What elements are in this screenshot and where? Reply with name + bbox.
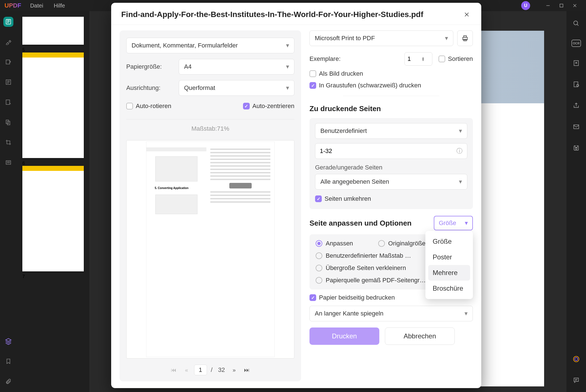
- avatar[interactable]: U: [521, 1, 530, 10]
- size-mode-dropdown-popup: Größe Poster Mehrere Broschüre: [425, 231, 473, 299]
- comment-icon[interactable]: [571, 375, 581, 385]
- edit-tool-icon[interactable]: [3, 57, 13, 67]
- thumbnail-label: 7: [22, 274, 84, 279]
- caret-down-icon: ▾: [465, 219, 468, 227]
- size-mode-dropdown[interactable]: Größe ▾ Größe Poster Mehrere Broschüre: [434, 216, 473, 230]
- menu-help[interactable]: Hilfe: [54, 3, 65, 9]
- redact-tool-icon[interactable]: [3, 157, 13, 168]
- pages-mode-select[interactable]: Benutzerdefiniert ▾: [315, 123, 467, 139]
- menu-file[interactable]: Datei: [30, 3, 43, 9]
- left-toolbar: [0, 11, 17, 392]
- print-button[interactable]: Drucken: [309, 328, 379, 345]
- odd-even-select[interactable]: Alle angegebenen Seiten ▾: [315, 174, 467, 190]
- svg-rect-2: [6, 60, 10, 64]
- duplex-flip-select[interactable]: An langer Kante spiegeln ▾: [309, 306, 473, 321]
- caret-down-icon: ▾: [286, 84, 289, 92]
- reverse-pages-checkbox[interactable]: Seiten umkehren: [315, 195, 467, 202]
- step-down-icon[interactable]: ▼: [421, 59, 425, 61]
- collate-checkbox[interactable]: Sortieren: [439, 55, 473, 63]
- preview-pager: ⏮ « / 32 » ⏭: [126, 365, 294, 375]
- dd-item-size[interactable]: Größe: [428, 234, 470, 249]
- pages-section-title: Zu druckende Seiten: [309, 104, 473, 113]
- crop-tool-icon[interactable]: [3, 137, 13, 147]
- pager-total: 32: [216, 366, 227, 374]
- radio-fit[interactable]: Anpassen: [316, 240, 353, 247]
- close-window-button[interactable]: [568, 0, 582, 11]
- orientation-label: Ausrichtung:: [126, 84, 174, 92]
- caret-down-icon: ▾: [459, 178, 462, 185]
- compress-icon[interactable]: [571, 58, 581, 68]
- scale-label: Maßstab:71%: [126, 125, 294, 132]
- form-tool-icon[interactable]: [3, 77, 13, 87]
- settings-panel: Microsoft Print to PDF ▾ Exemplare: ▲▼ S…: [309, 30, 473, 381]
- app-logo: UPDF: [4, 2, 21, 9]
- bookmark-icon[interactable]: [3, 356, 13, 366]
- close-dialog-button[interactable]: [462, 10, 471, 19]
- radio-original[interactable]: Originalgröße: [378, 240, 425, 247]
- reader-tool-icon[interactable]: [3, 17, 13, 27]
- svg-point-11: [577, 84, 579, 87]
- info-icon[interactable]: ⓘ: [456, 147, 463, 155]
- save-icon[interactable]: [571, 143, 581, 153]
- organize-tool-icon[interactable]: [3, 117, 13, 127]
- search-icon[interactable]: [571, 18, 581, 28]
- thumbnail-5[interactable]: [22, 17, 84, 45]
- minimize-button[interactable]: [541, 0, 555, 11]
- ocr-icon[interactable]: OCR: [571, 40, 581, 47]
- orientation-select[interactable]: Querformat ▾: [179, 80, 294, 96]
- email-icon[interactable]: [571, 122, 581, 132]
- pager-next-button[interactable]: »: [229, 365, 239, 375]
- pages-range-input-wrap: ⓘ: [315, 143, 467, 159]
- thumbnail-label: 6: [22, 161, 84, 166]
- thumbnail-label: 5: [22, 47, 84, 52]
- dd-item-multiple[interactable]: Mehrere: [428, 265, 470, 281]
- dd-item-poster[interactable]: Poster: [428, 249, 470, 265]
- as-image-checkbox[interactable]: Als Bild drucken: [309, 70, 473, 77]
- layers-icon[interactable]: [3, 336, 13, 346]
- dialog-title: Find-and-Apply-For-the-Best-Institutes-I…: [121, 10, 423, 19]
- cancel-button[interactable]: Abbrechen: [385, 328, 455, 345]
- right-toolbar: OCR: [566, 11, 586, 392]
- papersize-label: Papiergröße:: [126, 63, 174, 70]
- dd-item-booklet[interactable]: Broschüre: [428, 281, 470, 296]
- svg-point-14: [575, 148, 577, 149]
- copies-input[interactable]: [408, 55, 421, 63]
- protect-icon[interactable]: [571, 79, 581, 89]
- copies-stepper[interactable]: ▲▼: [404, 52, 432, 66]
- svg-point-15: [573, 356, 579, 362]
- grayscale-checkbox[interactable]: In Graustufen (schwarzweiß) drucken: [309, 82, 473, 89]
- svg-rect-7: [6, 161, 11, 164]
- attachment-icon[interactable]: [3, 376, 13, 386]
- copies-label: Exemplare:: [309, 55, 340, 63]
- thumbnail-6[interactable]: [22, 52, 84, 158]
- pager-prev-button[interactable]: «: [181, 365, 192, 375]
- thumbnail-7[interactable]: [22, 166, 84, 271]
- highlight-tool-icon[interactable]: [3, 37, 13, 47]
- papersize-select[interactable]: A4 ▾: [179, 59, 294, 75]
- fit-section-title: Seite anpassen und Optionen: [309, 219, 412, 228]
- pages-section: Benutzerdefiniert ▾ ⓘ Gerade/ungerade Se…: [309, 118, 473, 209]
- pager-first-button[interactable]: ⏮: [168, 365, 179, 375]
- share-icon[interactable]: [571, 101, 581, 111]
- ai-icon[interactable]: [571, 354, 581, 364]
- maximize-button[interactable]: [555, 0, 568, 11]
- print-dialog: Find-and-Apply-For-the-Best-Institutes-I…: [111, 3, 481, 388]
- caret-down-icon: ▾: [445, 35, 448, 42]
- svg-rect-4: [6, 100, 10, 105]
- printer-properties-button[interactable]: [457, 30, 473, 46]
- print-preview: 5. Converting Application: [126, 140, 294, 358]
- preview-panel: Dokument, Kommentar, Formularfelder ▾ Pa…: [120, 30, 301, 381]
- printer-select[interactable]: Microsoft Print to PDF ▾: [309, 30, 453, 46]
- pages-range-input[interactable]: [320, 147, 456, 155]
- pager-current-input[interactable]: [194, 365, 207, 375]
- autocenter-checkbox[interactable]: Auto-zentrieren: [243, 102, 294, 110]
- autorotate-checkbox[interactable]: Auto-rotieren: [126, 102, 171, 110]
- thumbnail-panel: 5 6 7: [17, 11, 89, 392]
- pager-last-button[interactable]: ⏭: [242, 365, 252, 375]
- content-type-select[interactable]: Dokument, Kommentar, Formularfelder ▾: [126, 38, 294, 53]
- pager-sep: /: [209, 366, 214, 374]
- odd-even-label: Gerade/ungerade Seiten: [315, 164, 467, 171]
- svg-point-16: [575, 358, 578, 361]
- caret-down-icon: ▾: [464, 310, 468, 317]
- fill-sign-tool-icon[interactable]: [3, 97, 13, 107]
